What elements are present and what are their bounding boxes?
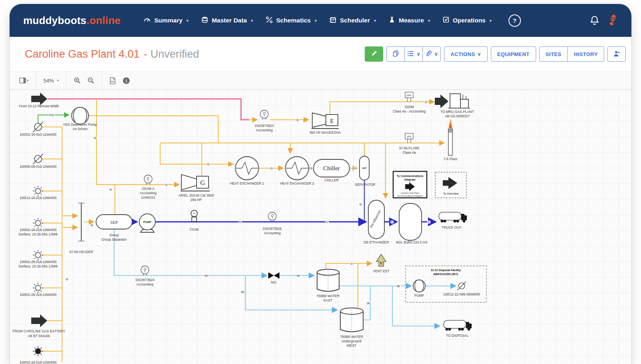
list-button[interactable]: ∨ <box>404 46 423 62</box>
well-label: 100/02-19-018-10W4/00 <box>20 228 56 232</box>
disposal-well-label: 100/12-22-085-06W6/00 <box>443 292 480 296</box>
well-7[interactable]: 100/02-28-018-10W4/00 <box>20 346 56 364</box>
actions-button[interactable]: ACTIONS∨ <box>444 46 488 62</box>
meter-c01m[interactable]: FT C01M <box>190 210 199 231</box>
meter-dso873925[interactable]: DSO873925 Accounting <box>263 212 282 235</box>
h2s-sweetener-pump[interactable]: H2S Sweetener Pump Air Driven <box>63 107 97 131</box>
disposal-facility[interactable]: 12-22 Disposal Facility ABIF0141590 (507… <box>406 266 486 302</box>
well-label: 100/14-16-019-10W4/00 <box>20 196 56 200</box>
meter-g01m[interactable]: G01M-A Accounting 1246GS1 <box>140 175 157 199</box>
svg-text:W: W <box>367 302 370 305</box>
svg-text:G: G <box>94 136 96 140</box>
compressor-ariel[interactable]: G ARIEL JGK40 Cat 3500 250 HP <box>178 175 214 202</box>
svg-text:G: G <box>270 167 273 170</box>
flare-stack[interactable]: 7-6 Flare <box>444 119 457 161</box>
tank-water-east[interactable]: 750bbl WATER EAST <box>316 269 340 303</box>
separator-vessel[interactable]: SEP SEPARATOR <box>355 156 375 187</box>
schematic-canvas[interactable]: From 10-12 Remote MWB H2S Sweetener Pump… <box>10 90 631 364</box>
nav-item-measure[interactable]: Measure▾ <box>389 16 430 25</box>
avatar[interactable] <box>607 14 618 27</box>
heat-exchanger-2[interactable]: HEAT EXCHANGER 2 <box>280 157 314 185</box>
bell-icon[interactable] <box>590 15 599 26</box>
well-label: 100/05-09-019-10W4/00 <box>20 165 56 169</box>
edit-button[interactable] <box>365 46 383 62</box>
truck-to-disposal[interactable]: TO DISPOSAL <box>444 320 472 338</box>
outlet-mru[interactable]: TO MRU GAS PLANT AB GS-0006327 <box>435 94 474 118</box>
tank-label: 750bbl WATER <box>316 294 340 298</box>
facility-title: 12-22 Disposal Facility <box>430 269 460 272</box>
zoom-out-button[interactable] <box>87 77 94 84</box>
svg-text:W: W <box>241 290 244 294</box>
heat-exchanger-1[interactable]: HEAT EXCHANGER 1 <box>230 157 264 185</box>
main-pump[interactable]: PUMP <box>139 214 155 232</box>
nav-item-operations[interactable]: Operations▾ <box>443 16 492 24</box>
group-separator[interactable]: SEP Group Group Separator <box>96 215 132 241</box>
well-surface-label: Surface: 10-25-091-13W5 <box>18 264 58 268</box>
brand-logo[interactable]: muddyboots.online <box>23 14 121 27</box>
chevron-down-icon: ▾ <box>428 18 430 23</box>
svg-text:G: G <box>352 167 354 170</box>
truck-out[interactable]: TRUCK OUT <box>439 212 467 229</box>
zoom-in-button[interactable] <box>74 77 81 84</box>
meter-label: G02M <box>404 105 414 109</box>
copy-button[interactable] <box>386 46 405 62</box>
attachments-button[interactable]: ∨ <box>422 46 441 62</box>
link-overview[interactable]: To Overview <box>435 172 466 198</box>
tank-water-west[interactable]: 750bbl WATER Underground WEST <box>340 308 363 348</box>
help-label: ? <box>513 17 516 24</box>
tank-label: 750bbl WATER <box>340 335 363 339</box>
compressor-waukesha[interactable]: E 350 HP WAUKESHA <box>309 113 341 135</box>
view-button-cluster: ∨ ∨ <box>386 46 441 62</box>
brand-suffix: .online <box>86 14 121 26</box>
separator-label: SEPARATOR <box>355 183 375 187</box>
well-label: 100/02-28-018-10W4/00 <box>20 360 56 364</box>
compressor-label: ARIEL JGK40 Cat 3500 <box>178 193 214 197</box>
meter-flare[interactable]: EFM 37-06 FLARE Class 4a <box>399 133 420 155</box>
nav-item-master-data[interactable]: Master Data▾ <box>201 16 253 25</box>
panel-toggle-button[interactable]: ▾ <box>19 77 29 84</box>
export-pdf-button[interactable]: PDF <box>109 77 116 84</box>
nav-label: Schematics <box>276 17 311 24</box>
inlet-remote-arrow[interactable]: From 10-12 Remote MWB <box>19 93 59 108</box>
link-communications-diagram[interactable]: To Communications Diagram Caroline Gas P… <box>393 171 427 198</box>
nav-item-schematics[interactable]: Schematics▾ <box>266 16 317 25</box>
svg-text:PDF: PDF <box>111 80 115 82</box>
svg-text:G: G <box>90 223 93 227</box>
meter-dso873924[interactable]: DSO873924 Accounting <box>136 266 155 286</box>
meter-label: Class 4a - Accounting <box>393 109 426 113</box>
history-button[interactable]: HISTORY <box>567 46 604 62</box>
well-1[interactable]: 100/02-34-010-11W4/00 <box>20 122 56 137</box>
nc-valve[interactable]: N/C <box>268 272 279 284</box>
tank-label: EAST <box>324 298 332 302</box>
well-6[interactable]: 100/02-28-018-10W4/00 <box>20 283 56 297</box>
header-07-06[interactable]: 07-06 HEADER <box>69 203 93 254</box>
compressor-label: 350 HP WAUKESHA <box>309 131 341 135</box>
inlet-battery-arrow[interactable]: FROM CAROLINE GAS BATTERY AB BT 034166 <box>12 314 65 338</box>
chevron-down-icon: ▾ <box>57 78 59 82</box>
transfer-owner-button[interactable] <box>607 46 626 62</box>
hx-label: HEAT EXCHANGER 1 <box>230 181 264 185</box>
well-label: 100/02-28-018-10W4/00 <box>20 260 56 264</box>
sites-button[interactable]: SITES <box>539 46 568 62</box>
outlet-label: TO MRU GAS PLANT <box>440 110 474 114</box>
well-5[interactable]: 100/02-28-018-10W4/00Surface: 10-25-091-… <box>18 250 58 268</box>
well-2[interactable]: 100/05-09-019-10W4/00 <box>20 154 56 169</box>
vent-est[interactable]: V VENT EST <box>373 254 389 273</box>
ngl-bullet[interactable]: NGL Bullet 233.5 m3 <box>396 203 428 244</box>
equipment-button[interactable]: EQUIPMENT <box>491 46 536 62</box>
viewer-toolbar: ▾ 54%▾ PDF i <box>10 71 631 90</box>
well-4[interactable]: 100/02-19-018-10W4/00Surface: 10-25-091-… <box>18 218 58 236</box>
svg-text:G: G <box>310 167 312 170</box>
nav-item-scheduler[interactable]: Scheduler▾ <box>330 16 376 25</box>
history-label: HISTORY <box>574 51 598 57</box>
chiller[interactable]: Chiller CHILLER <box>313 159 350 182</box>
meter-dso873923[interactable]: DSO873923 Accounting <box>255 110 274 132</box>
well-3[interactable]: 100/14-16-019-10W4/00 <box>20 186 56 200</box>
help-button[interactable]: ? <box>508 14 521 27</box>
nav-label: Scheduler <box>340 17 370 24</box>
nav-label: Summary <box>154 17 183 24</box>
zoom-level-select[interactable]: 54%▾ <box>44 78 59 84</box>
info-button[interactable]: i <box>123 77 130 84</box>
meter-g02m[interactable]: EFM G02M Class 4a - Accounting <box>393 92 426 113</box>
nav-item-summary[interactable]: Summary▾ <box>144 16 189 25</box>
